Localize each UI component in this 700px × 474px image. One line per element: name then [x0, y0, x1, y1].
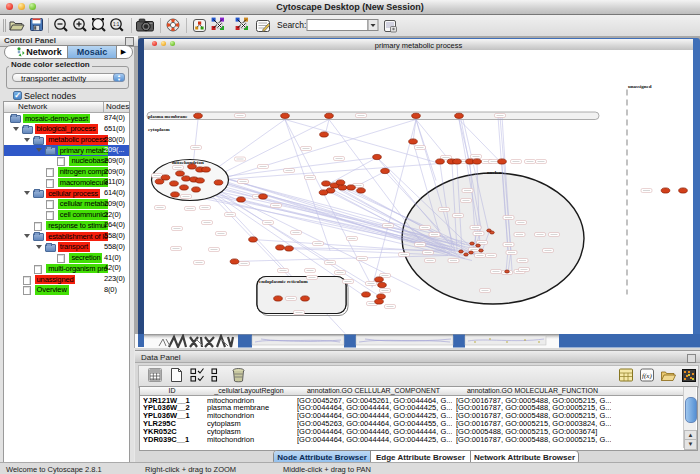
- svg-text:mitochondrion: mitochondrion: [172, 160, 204, 165]
- svg-text:unassigned: unassigned: [628, 83, 652, 88]
- svg-text:endoplasmic reticulum: endoplasmic reticulum: [259, 278, 308, 283]
- svg-text:1:1: 1:1: [113, 22, 120, 27]
- svg-text:f(x): f(x): [642, 372, 652, 380]
- svg-text:cytoplasm: cytoplasm: [148, 127, 171, 132]
- svg-text:nucleus: nucleus: [487, 169, 503, 174]
- svg-text:Search:: Search:: [277, 20, 306, 30]
- svg-text:plasma membrane: plasma membrane: [148, 114, 188, 119]
